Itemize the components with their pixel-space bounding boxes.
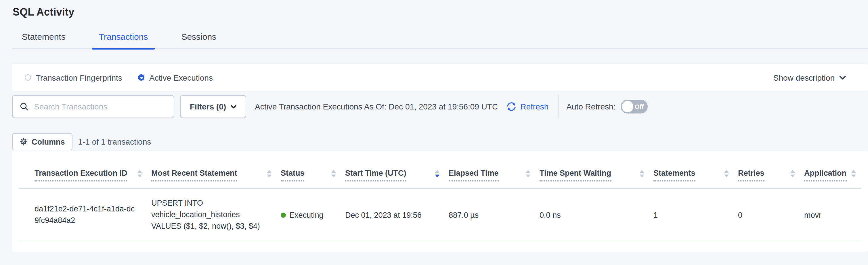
view-mode-radio-group: Transaction Fingerprints Active Executio… xyxy=(25,73,213,82)
page-title: SQL Activity xyxy=(0,0,868,19)
sql-activity-page: SQL Activity Statements Transactions Ses… xyxy=(0,0,868,265)
status-executing-dot-icon xyxy=(281,212,286,217)
sort-icon[interactable] xyxy=(640,170,644,178)
sort-icon[interactable] xyxy=(790,170,795,178)
column-header-time-spent-waiting[interactable]: Time Spent Waiting xyxy=(539,151,653,189)
cell-retries: 0 xyxy=(738,189,804,241)
sort-icon[interactable] xyxy=(526,170,530,178)
results-count: 1-1 of 1 transactions xyxy=(78,137,151,146)
tab-sessions[interactable]: Sessions xyxy=(174,32,223,48)
column-header-elapsed-time[interactable]: Elapsed Time xyxy=(449,151,539,189)
search-box xyxy=(12,95,174,118)
table-meta-row: Columns 1-1 of 1 transactions xyxy=(12,133,868,150)
tab-bar: Statements Transactions Sessions xyxy=(12,32,868,49)
radio-label: Active Executions xyxy=(149,73,213,82)
refresh-label: Refresh xyxy=(520,102,549,111)
search-input[interactable] xyxy=(34,102,168,111)
column-header-start-time[interactable]: Start Time (UTC) xyxy=(345,151,449,189)
refresh-button[interactable]: Refresh xyxy=(505,101,549,112)
cell-time-spent-waiting: 0.0 ns xyxy=(539,189,653,241)
column-header-most-recent-statement[interactable]: Most Recent Statement xyxy=(151,151,281,189)
status-label: Executing xyxy=(289,211,323,219)
auto-refresh-toggle[interactable]: Off xyxy=(621,100,648,113)
vertical-divider xyxy=(558,95,558,118)
column-header-application[interactable]: Application xyxy=(804,151,861,189)
radio-unselected-icon xyxy=(25,74,31,81)
filters-button[interactable]: Filters (0) xyxy=(180,95,246,118)
column-header-status[interactable]: Status xyxy=(281,151,345,189)
tab-transactions[interactable]: Transactions xyxy=(92,32,155,48)
refresh-icon xyxy=(505,101,517,112)
controls-row: Filters (0) Active Transaction Execution… xyxy=(12,95,868,118)
tab-statements[interactable]: Statements xyxy=(15,32,72,48)
toggle-state-label: Off xyxy=(635,103,648,110)
cell-transaction-execution-id[interactable]: da1f21e2-de71-4c1f-a1da-dc9fc94a84a2 xyxy=(19,189,151,241)
chevron-down-icon xyxy=(231,105,237,109)
toggle-knob xyxy=(622,101,633,112)
search-icon xyxy=(20,102,29,111)
show-description-button[interactable]: Show description xyxy=(773,73,846,82)
cell-elapsed-time: 887.0 µs xyxy=(449,189,539,241)
columns-button-label: Columns xyxy=(32,137,65,146)
radio-selected-icon xyxy=(138,74,145,81)
sort-icon[interactable] xyxy=(851,170,856,178)
cell-application: movr xyxy=(804,189,861,241)
sort-icon[interactable] xyxy=(267,170,272,178)
filters-button-label: Filters (0) xyxy=(190,102,226,111)
gear-icon xyxy=(20,138,28,146)
cell-most-recent-statement[interactable]: UPSERT INTO vehicle_location_histories V… xyxy=(151,189,281,241)
sort-icon[interactable] xyxy=(724,170,729,178)
transactions-table: Transaction Execution ID Most Recent Sta… xyxy=(19,151,861,241)
transactions-table-card: Transaction Execution ID Most Recent Sta… xyxy=(12,151,868,252)
radio-label: Transaction Fingerprints xyxy=(36,73,122,82)
column-header-retries[interactable]: Retries xyxy=(738,151,804,189)
cell-statements: 1 xyxy=(653,189,738,241)
auto-refresh-label: Auto Refresh: xyxy=(566,102,616,111)
chevron-down-icon xyxy=(839,75,846,80)
column-header-transaction-execution-id[interactable]: Transaction Execution ID xyxy=(19,151,151,189)
radio-transaction-fingerprints[interactable]: Transaction Fingerprints xyxy=(25,73,122,82)
table-row[interactable]: da1f21e2-de71-4c1f-a1da-dc9fc94a84a2 UPS… xyxy=(19,189,861,241)
sort-icon[interactable] xyxy=(137,170,142,178)
sort-icon[interactable] xyxy=(331,170,336,178)
as-of-timestamp: Active Transaction Executions As Of: Dec… xyxy=(255,102,498,111)
cell-status: Executing xyxy=(281,189,345,241)
sort-icon-active-desc[interactable] xyxy=(435,170,439,178)
column-header-statements[interactable]: Statements xyxy=(653,151,738,189)
show-description-label: Show description xyxy=(773,73,835,82)
table-header-row: Transaction Execution ID Most Recent Sta… xyxy=(19,151,861,189)
radio-active-executions[interactable]: Active Executions xyxy=(138,73,213,82)
view-mode-card: Transaction Fingerprints Active Executio… xyxy=(12,64,868,91)
columns-button[interactable]: Columns xyxy=(12,133,72,150)
cell-start-time: Dec 01, 2023 at 19:56 xyxy=(345,189,449,241)
